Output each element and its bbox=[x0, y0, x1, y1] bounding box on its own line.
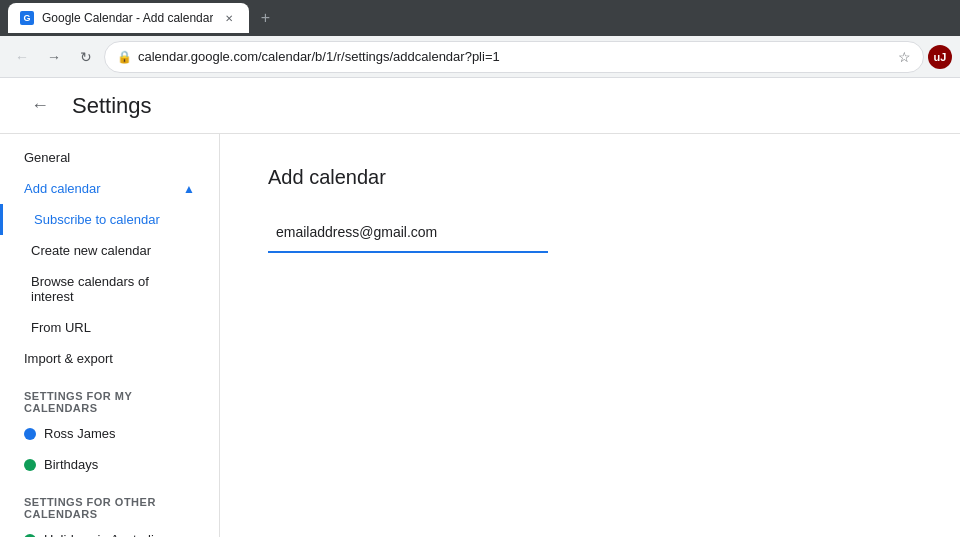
sidebar-item-add-calendar[interactable]: Add calendar ▲ bbox=[0, 173, 219, 204]
browser-chrome: G Google Calendar - Add calendar ✕ + bbox=[0, 0, 960, 36]
email-input-wrapper bbox=[268, 213, 548, 253]
general-label: General bbox=[24, 150, 70, 165]
settings-back-button[interactable]: ← bbox=[24, 90, 56, 122]
sidebar-item-birthdays[interactable]: Birthdays bbox=[0, 449, 219, 480]
address-url: calendar.google.com/calendar/b/1/r/setti… bbox=[138, 49, 888, 64]
bookmark-icon[interactable]: ☆ bbox=[898, 49, 911, 65]
sidebar-item-import-export[interactable]: Import & export bbox=[0, 343, 219, 374]
add-calendar-title: Add calendar bbox=[268, 166, 912, 189]
browse-label: Browse calendars of interest bbox=[31, 274, 195, 304]
ross-james-dot bbox=[24, 428, 36, 440]
address-bar[interactable]: 🔒 calendar.google.com/calendar/b/1/r/set… bbox=[104, 41, 924, 73]
birthdays-label: Birthdays bbox=[44, 457, 98, 472]
tab-bar: G Google Calendar - Add calendar ✕ + bbox=[8, 3, 277, 33]
tab-title: Google Calendar - Add calendar bbox=[42, 11, 213, 25]
tab-favicon: G bbox=[20, 11, 34, 25]
sidebar-item-general[interactable]: General bbox=[0, 142, 219, 173]
settings-page-title: Settings bbox=[72, 93, 152, 119]
chevron-up-icon: ▲ bbox=[183, 182, 195, 196]
main-area: Add calendar bbox=[220, 134, 960, 537]
sidebar-item-browse[interactable]: Browse calendars of interest bbox=[0, 266, 219, 312]
reload-button[interactable]: ↻ bbox=[72, 43, 100, 71]
active-tab[interactable]: G Google Calendar - Add calendar ✕ bbox=[8, 3, 249, 33]
new-tab-button[interactable]: + bbox=[253, 6, 277, 30]
sidebar-item-create-new[interactable]: Create new calendar bbox=[0, 235, 219, 266]
sidebar-item-subscribe[interactable]: Subscribe to calendar bbox=[0, 204, 219, 235]
subscribe-label: Subscribe to calendar bbox=[34, 212, 160, 227]
settings-header: ← Settings bbox=[0, 78, 960, 134]
holidays-label: Holidays in Australia bbox=[44, 532, 161, 537]
address-bar-row: ← → ↻ 🔒 calendar.google.com/calendar/b/1… bbox=[0, 36, 960, 78]
sidebar-item-ross-james[interactable]: Ross James bbox=[0, 418, 219, 449]
holidays-dot bbox=[24, 534, 36, 538]
ross-james-label: Ross James bbox=[44, 426, 116, 441]
other-calendars-section-title: Settings for other calendars bbox=[0, 480, 219, 524]
create-new-label: Create new calendar bbox=[31, 243, 151, 258]
back-button[interactable]: ← bbox=[8, 43, 36, 71]
settings-page: ← Settings General Add calendar ▲ Subscr… bbox=[0, 78, 960, 537]
add-calendar-label: Add calendar bbox=[24, 181, 101, 196]
settings-content: General Add calendar ▲ Subscribe to cale… bbox=[0, 134, 960, 537]
from-url-label: From URL bbox=[31, 320, 91, 335]
import-export-label: Import & export bbox=[24, 351, 113, 366]
birthdays-dot bbox=[24, 459, 36, 471]
my-calendars-section-title: Settings for my calendars bbox=[0, 374, 219, 418]
sidebar-item-holidays[interactable]: Holidays in Australia bbox=[0, 524, 219, 537]
tab-close-button[interactable]: ✕ bbox=[221, 10, 237, 26]
extension-icon[interactable]: uJ bbox=[928, 45, 952, 69]
sidebar-item-from-url[interactable]: From URL bbox=[0, 312, 219, 343]
email-input[interactable] bbox=[268, 213, 548, 253]
forward-button[interactable]: → bbox=[40, 43, 68, 71]
lock-icon: 🔒 bbox=[117, 50, 132, 64]
sidebar: General Add calendar ▲ Subscribe to cale… bbox=[0, 134, 220, 537]
